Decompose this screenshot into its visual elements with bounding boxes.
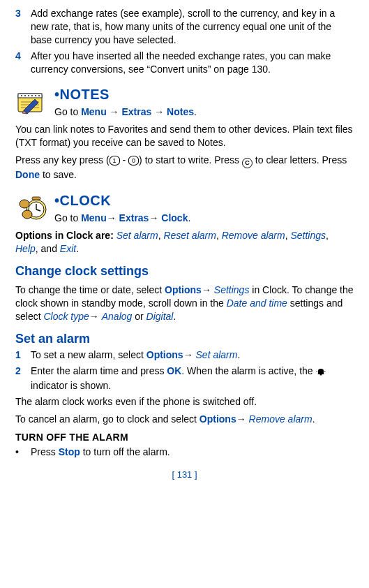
arrow-icon: →	[149, 212, 158, 223]
svg-point-3	[24, 95, 26, 96]
arrow-icon: →	[89, 311, 99, 322]
menu-link: Menu	[81, 106, 107, 117]
step-4: 4 After you have inserted all the needed…	[15, 50, 354, 76]
svg-point-6	[35, 95, 36, 96]
clock-link: Clock	[161, 212, 188, 223]
step-text: Add exchange rates (see example), scroll…	[31, 7, 354, 47]
set-alarm-step-2: 2 Enter the alarm time and press OK. Whe…	[15, 365, 354, 392]
comma: ,	[326, 230, 329, 241]
clock-title: •CLOCK	[54, 191, 354, 210]
text: or	[132, 311, 146, 322]
clock-type-label: Clock type	[43, 311, 89, 322]
text: To change the time or date, select	[15, 284, 165, 295]
notes-para-1: You can link notes to Favorites and send…	[15, 123, 354, 149]
notes-title: •NOTES	[54, 85, 354, 104]
clock-goto: Go to Menu→ Extras→ Clock.	[54, 212, 354, 225]
opt-reset-alarm: Reset alarm	[163, 230, 216, 241]
bullet-icon: •	[15, 446, 31, 459]
options-lead: Options in Clock are:	[15, 230, 116, 241]
svg-point-4	[28, 95, 29, 96]
notes-goto: Go to Menu → Extras → Notes.	[54, 105, 354, 119]
menu-link: Menu	[81, 212, 107, 223]
period: .	[312, 413, 315, 425]
set-alarm-heading: Set an alarm	[15, 330, 354, 347]
text: Press any key press (	[15, 154, 110, 166]
text: to save.	[40, 169, 77, 180]
period: .	[76, 243, 79, 254]
notes-link: Notes	[167, 106, 194, 117]
text: Press	[31, 446, 59, 457]
extras-link: Extras	[121, 106, 151, 117]
opt-set-alarm: Set alarm	[116, 230, 158, 241]
date-and-time-label: Date and time	[227, 297, 287, 309]
key-1-icon: 1	[110, 156, 120, 166]
goto-prefix: Go to	[54, 212, 81, 223]
comma: ,	[216, 230, 222, 241]
svg-rect-20	[319, 374, 322, 376]
text: to turn off the alarm.	[80, 446, 170, 457]
step-number: 2	[15, 365, 31, 392]
step-text: To set a new alarm, select Options→ Set …	[31, 348, 354, 362]
arrow-icon: →	[202, 284, 211, 295]
clock-options: Options in Clock are: Set alarm, Reset a…	[15, 229, 354, 256]
change-clock-para: To change the time or date, select Optio…	[15, 284, 354, 323]
key-0-icon: 0	[128, 156, 139, 166]
arrow-icon: →	[154, 106, 164, 117]
turn-off-bullet: • Press Stop to turn off the alarm.	[15, 446, 354, 459]
notes-icon	[15, 85, 54, 116]
turn-off-heading: TURN OFF THE ALARM	[15, 431, 354, 444]
text: Enter the alarm time and press	[31, 365, 167, 376]
period: .	[194, 106, 197, 117]
alarm-note-1: The alarm clock works even if the phone …	[15, 395, 354, 409]
clear-key-icon: C	[242, 158, 253, 168]
notes-section-head: •NOTES Go to Menu → Extras → Notes.	[15, 85, 354, 119]
arrow-icon: →	[107, 212, 116, 223]
stop-label: Stop	[59, 446, 80, 457]
options-label: Options	[146, 349, 183, 360]
text: To cancel an alarm, go to clock and sele…	[15, 413, 199, 425]
step-number: 4	[15, 50, 31, 76]
text: -	[120, 154, 128, 166]
analog-label: Analog	[102, 311, 133, 322]
text: . When the alarm is active, the	[181, 365, 315, 376]
period: .	[237, 349, 240, 360]
period: .	[188, 212, 190, 223]
done-label: Done	[15, 169, 40, 180]
period: .	[173, 311, 176, 322]
extras-link: Extras	[119, 212, 149, 223]
step-number: 1	[15, 348, 31, 362]
comma: , and	[36, 243, 60, 254]
notes-para-2: Press any key press (1 - 0) to start to …	[15, 154, 354, 182]
clock-section-head: •CLOCK Go to Menu→ Extras→ Clock.	[15, 191, 354, 225]
opt-help: Help	[15, 243, 36, 254]
step-3: 3 Add exchange rates (see example), scro…	[15, 7, 354, 47]
text: To set a new alarm, select	[31, 349, 146, 360]
page-number: [ 131 ]	[15, 469, 354, 481]
opt-remove-alarm: Remove alarm	[222, 230, 285, 241]
text: ) to start to write. Press	[139, 154, 242, 166]
step-text: After you have inserted all the needed e…	[31, 50, 354, 76]
options-label: Options	[165, 284, 202, 295]
text: indicator is shown.	[31, 380, 111, 391]
alarm-note-2: To cancel an alarm, go to clock and sele…	[15, 413, 354, 426]
options-label: Options	[199, 413, 236, 425]
goto-prefix: Go to	[54, 106, 81, 117]
opt-exit: Exit	[60, 243, 76, 254]
svg-point-7	[38, 95, 40, 96]
arrow-icon: →	[236, 413, 246, 425]
svg-point-5	[31, 95, 33, 96]
alarm-indicator-icon	[316, 366, 326, 379]
set-alarm-step-1: 1 To set a new alarm, select Options→ Se…	[15, 348, 354, 362]
settings-label: Settings	[211, 284, 249, 295]
change-clock-heading: Change clock settings	[15, 263, 354, 279]
svg-point-2	[21, 95, 22, 96]
svg-rect-19	[32, 197, 40, 200]
arrow-icon: →	[183, 349, 193, 360]
arrow-icon: →	[110, 106, 119, 117]
svg-point-18	[22, 210, 32, 219]
ok-label: OK	[167, 365, 181, 376]
page-content: 3 Add exchange rates (see example), scro…	[0, 0, 369, 481]
text: to clear letters. Press	[253, 154, 347, 166]
svg-point-17	[20, 200, 29, 208]
step-number: 3	[15, 7, 31, 47]
